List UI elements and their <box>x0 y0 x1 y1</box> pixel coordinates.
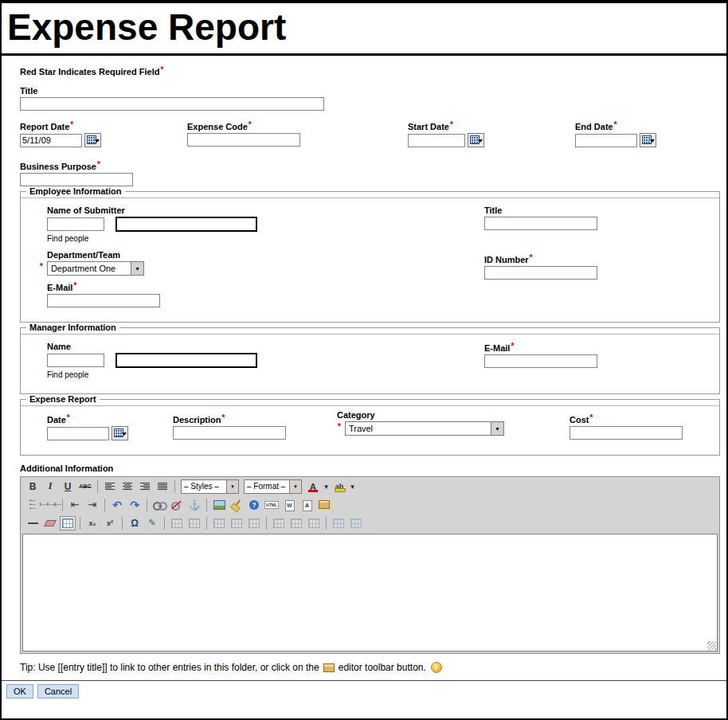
toolbar-separator <box>164 517 165 530</box>
highlight-color-arrow-icon[interactable] <box>349 479 356 494</box>
manager-name-input[interactable] <box>115 353 257 368</box>
section-divider <box>21 198 719 198</box>
text-color-icon[interactable] <box>305 479 321 494</box>
required-star: * <box>40 262 43 271</box>
special-char-icon[interactable] <box>127 516 143 530</box>
calendar-icon <box>87 135 96 144</box>
styles-select[interactable]: – Styles – <box>181 479 239 494</box>
split-cells-icon <box>331 516 346 530</box>
strikethrough-icon[interactable] <box>77 479 93 494</box>
anchor-icon[interactable] <box>186 498 202 512</box>
paste-text-icon[interactable] <box>299 498 315 512</box>
submitter-short-input[interactable] <box>47 217 104 231</box>
insert-row-after-icon <box>229 516 245 530</box>
end-date-picker-button[interactable] <box>640 133 656 147</box>
department-label: Department/Team <box>47 250 719 260</box>
end-date-input[interactable] <box>575 134 637 147</box>
html-source-icon[interactable] <box>264 498 280 512</box>
help-icon[interactable] <box>246 498 262 512</box>
numbered-list-icon[interactable] <box>42 498 58 512</box>
employee-title-label: Title <box>484 205 597 215</box>
employee-email-input[interactable] <box>47 294 160 307</box>
insert-col-before-icon <box>271 516 287 530</box>
remove-format-icon[interactable] <box>42 516 58 530</box>
title-input[interactable] <box>20 97 324 111</box>
toolbar-separator <box>206 517 207 530</box>
delete-row-icon <box>246 516 262 530</box>
subscript-icon[interactable] <box>84 516 100 530</box>
align-left-icon[interactable] <box>102 479 118 494</box>
italic-icon[interactable] <box>42 479 58 494</box>
cancel-button[interactable]: Cancel <box>37 684 79 698</box>
find-people-link[interactable]: Find people <box>47 370 95 379</box>
underline-icon[interactable] <box>60 479 76 494</box>
superscript-icon[interactable] <box>102 516 118 530</box>
expense-date-picker-button[interactable] <box>112 426 128 440</box>
expense-code-input[interactable] <box>187 133 300 147</box>
align-right-icon[interactable] <box>137 479 153 494</box>
find-people-link[interactable]: Find people <box>47 234 95 243</box>
table-cell-props-icon <box>186 516 202 530</box>
manager-email-input[interactable] <box>484 354 597 368</box>
employee-information-legend: Employee Information <box>26 186 125 196</box>
bullet-list-icon[interactable] <box>25 498 41 512</box>
expense-code-label: Expense Code* <box>187 122 300 131</box>
box-icon <box>323 663 335 672</box>
date-code-row: Report Date* Expense Code* Start Date* E… <box>20 122 720 157</box>
insert-link-icon[interactable] <box>151 498 167 512</box>
text-color-arrow-icon[interactable] <box>323 479 330 494</box>
id-number-input[interactable] <box>484 266 597 280</box>
action-bar: OK Cancel <box>2 680 726 698</box>
start-date-picker-button[interactable] <box>468 133 484 147</box>
report-date-picker-button[interactable] <box>84 133 101 147</box>
employee-title-input[interactable] <box>484 217 597 230</box>
editor-resize-handle[interactable] <box>707 641 716 650</box>
dropdown-arrow-icon <box>131 262 143 275</box>
horizontal-rule-icon[interactable] <box>25 516 41 530</box>
highlight-color-icon[interactable] <box>331 479 347 494</box>
manager-information-legend: Manager Information <box>26 323 119 332</box>
required-star: * <box>67 413 70 422</box>
align-center-icon[interactable] <box>119 479 135 494</box>
description-label: Description* <box>173 415 286 425</box>
required-star: * <box>160 65 163 74</box>
category-select[interactable]: Travel <box>345 421 504 436</box>
bold-icon[interactable] <box>25 479 41 494</box>
required-star: * <box>338 422 341 431</box>
insert-col-after-icon <box>288 516 304 530</box>
editor-content-area[interactable] <box>22 534 718 652</box>
manager-short-input[interactable] <box>47 354 104 367</box>
business-purpose-input[interactable] <box>20 173 133 186</box>
expense-date-input[interactable] <box>47 427 109 440</box>
toggle-guidelines-icon[interactable] <box>60 516 76 530</box>
cleanup-icon[interactable] <box>229 498 245 512</box>
indent-icon[interactable] <box>84 498 100 512</box>
section-divider <box>21 405 719 406</box>
ok-button[interactable]: OK <box>6 684 33 698</box>
report-date-input[interactable] <box>20 134 82 147</box>
department-select-value: Department One <box>48 264 131 273</box>
toolbar-separator <box>97 480 98 493</box>
insert-image-icon[interactable] <box>211 498 227 512</box>
format-select[interactable]: – Format – <box>244 479 302 494</box>
start-date-input[interactable] <box>408 134 465 147</box>
expense-report-page: { "page": { "title": "Expense Report", "… <box>0 0 728 720</box>
description-input[interactable] <box>173 426 286 440</box>
end-date-label: End Date* <box>575 122 656 131</box>
cost-input[interactable] <box>569 426 683 440</box>
department-select[interactable]: Department One <box>47 261 144 276</box>
category-select-value: Travel <box>346 424 491 433</box>
paste-word-icon[interactable] <box>281 498 297 512</box>
remove-link-icon[interactable] <box>169 498 185 512</box>
edit-attributes-icon[interactable] <box>144 516 160 530</box>
toolbar-separator <box>122 517 123 530</box>
required-star: * <box>73 281 76 290</box>
submitter-name-input[interactable] <box>115 217 257 232</box>
align-justify-icon[interactable] <box>155 479 170 494</box>
undo-icon[interactable] <box>109 498 125 512</box>
redo-icon[interactable] <box>127 498 143 512</box>
info-icon <box>431 662 442 673</box>
outdent-icon[interactable] <box>67 498 83 512</box>
toolbar-separator <box>62 499 63 511</box>
insert-box-icon[interactable] <box>316 498 332 512</box>
